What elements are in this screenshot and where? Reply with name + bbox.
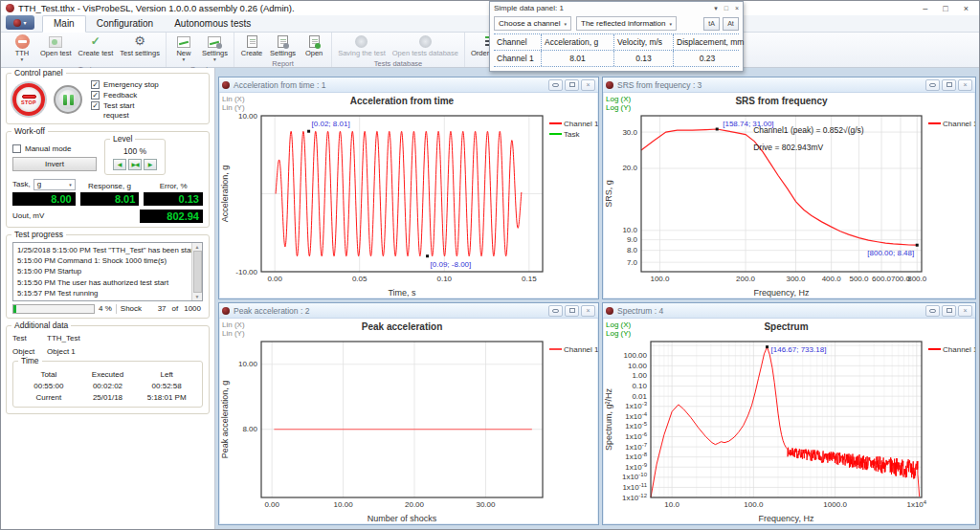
level-up-button[interactable]: ▶	[144, 159, 157, 170]
chevron-down-icon: ▾	[69, 182, 72, 188]
current-time: 5:18:01 PM	[137, 393, 196, 402]
svg-text:7.0: 7.0	[627, 258, 638, 267]
graph-close-button[interactable]: ×	[581, 305, 595, 317]
report-open-button[interactable]: Open	[301, 33, 327, 58]
svg-text:Time, s: Time, s	[388, 288, 416, 298]
open-test-icon	[49, 36, 62, 48]
open-test-button[interactable]: Open test	[38, 33, 74, 58]
window-title: TTH_Test.tthx - VisProbeSL, Version 1.0.…	[18, 3, 295, 13]
test-name: TTH_Test	[47, 334, 80, 342]
svg-text:Log (X): Log (X)	[606, 95, 632, 103]
minimize-button[interactable]: –	[923, 4, 927, 13]
database-icon	[355, 35, 368, 48]
graph-maximize-button[interactable]	[565, 305, 579, 317]
tab-configuration[interactable]: Configuration	[86, 16, 164, 32]
control-panel-group: Control panel STOP ✓ Emergency stop ✓ Fe…	[6, 73, 210, 124]
checkbox-manual-mode[interactable]: Manual mode	[12, 144, 97, 153]
emergency-stop-button[interactable]: STOP	[12, 83, 45, 116]
report-create-button[interactable]: Create	[238, 33, 265, 58]
progress-fill	[13, 305, 16, 313]
checkbox-feedback[interactable]: ✓ Feedback	[91, 91, 159, 99]
graph-collapse-button[interactable]	[925, 79, 940, 91]
app-menu-button[interactable]: ▾	[6, 15, 34, 30]
create-test-button[interactable]: ✓ Create test	[77, 33, 116, 58]
panel-close-button[interactable]: ×	[735, 5, 739, 12]
ribbon-group-tests-database: Saving the test Open tests database Test…	[332, 33, 465, 67]
graph-collapse-button[interactable]	[548, 305, 563, 317]
shock-total: 1000	[184, 304, 201, 313]
svg-text:1x10-11: 1x10-11	[622, 482, 647, 492]
scroll-down-icon[interactable]: ▼	[195, 294, 200, 299]
graph-close-button[interactable]: ×	[958, 305, 972, 317]
report-create-icon	[247, 35, 257, 48]
level-reset-button[interactable]: ▶◀	[128, 159, 142, 170]
svg-text:400.0: 400.0	[822, 275, 842, 283]
font-decrease-button[interactable]: tA	[703, 17, 720, 31]
checkbox-test-start-request[interactable]: ✓ Test start request	[91, 101, 159, 119]
graph-window-icon	[606, 81, 613, 89]
svg-text:0.15: 0.15	[522, 275, 537, 283]
level-value: 100 %	[111, 146, 159, 156]
log-scrollbar[interactable]: ▲ ▼	[191, 243, 202, 300]
svg-text:Channel 1: Channel 1	[943, 120, 975, 128]
font-increase-button[interactable]: At	[723, 17, 739, 31]
app-menu-icon	[13, 19, 21, 27]
svg-text:1x10-6: 1x10-6	[625, 431, 647, 441]
object-name: Object 1	[47, 347, 76, 356]
graph-maximize-button[interactable]	[942, 305, 956, 317]
channel-data-table: Channel Acceleration, g Velocity, m/s Di…	[494, 33, 739, 67]
level-down-button[interactable]: ◀	[113, 159, 126, 170]
svg-text:0.00: 0.00	[267, 275, 282, 283]
svg-text:1x10-4: 1x10-4	[625, 411, 647, 421]
graph-settings-button[interactable]: Settings ▾	[200, 33, 230, 64]
log-line: 5:15:50 PM The user has authorized test …	[17, 277, 189, 288]
svg-text:Peak acceleration, g: Peak acceleration, g	[220, 381, 230, 459]
scroll-up-icon[interactable]: ▲	[195, 244, 200, 250]
panel-minimize-button[interactable]: ▾	[714, 5, 718, 12]
graph-collapse-button[interactable]	[925, 305, 940, 317]
svg-text:1x10-9: 1x10-9	[625, 462, 647, 472]
close-icon: ×	[963, 307, 967, 314]
reflected-info-dropdown[interactable]: The reflected information ▾	[576, 16, 677, 31]
invert-button[interactable]: Invert	[12, 157, 97, 171]
tth-icon	[15, 34, 30, 49]
task-units-dropdown[interactable]: g ▾	[33, 179, 76, 190]
new-graph-button[interactable]: New ▾	[170, 33, 197, 64]
graph-maximize-button[interactable]	[565, 79, 579, 91]
ribbon-group-test: TTH ▾ Open test ✓ Create test ⚙ Test set…	[5, 33, 167, 67]
spectrum-chart-canvas[interactable]: 10.0100.01000.01x104100.0010.001.000.100…	[603, 319, 975, 524]
acceleration-chart-canvas[interactable]: 0.000.050.100.1510.00-10.00Acceleration …	[219, 93, 598, 298]
work-off-group: Work-off Manual mode Invert Level 100 % …	[6, 131, 210, 228]
tab-main[interactable]: Main	[42, 15, 86, 33]
graph-close-button[interactable]: ×	[581, 79, 595, 91]
panel-maximize-button[interactable]: □	[724, 5, 728, 12]
svg-text:Drive = 802.943mV: Drive = 802.943mV	[753, 143, 823, 152]
checkbox-emergency-stop[interactable]: ✓ Emergency stop	[91, 80, 159, 89]
ribbon-group-report: Create Settings Open Report	[234, 33, 332, 67]
simple-data-panel: Simple data panel: 1 ▾ □ × Choose a chan…	[489, 1, 744, 72]
tth-button[interactable]: TTH ▾	[9, 33, 35, 64]
graph-maximize-button[interactable]	[942, 79, 956, 91]
svg-text:[0.02; 8.01]: [0.02; 8.01]	[312, 120, 350, 128]
graph-close-button[interactable]: ×	[958, 79, 972, 91]
graph-collapse-button[interactable]	[548, 79, 563, 91]
maximize-button[interactable]: □	[943, 4, 947, 13]
error-value-display: 0.13	[144, 192, 203, 206]
test-log[interactable]: 1/25/2018 5:15:00 PM Test "TTH_Test" has…	[12, 242, 203, 301]
channel-dropdown[interactable]: Choose a channel ▾	[494, 16, 571, 31]
svg-text:Log (Y): Log (Y)	[606, 103, 632, 112]
pause-button[interactable]	[54, 85, 82, 114]
chevron-down-icon: ▾	[670, 21, 673, 27]
maximize-icon	[947, 82, 952, 87]
svg-text:Lin (X): Lin (X)	[222, 320, 245, 329]
svg-text:0.10: 0.10	[436, 275, 452, 283]
report-settings-button[interactable]: Settings	[268, 33, 298, 58]
close-button[interactable]: ×	[964, 4, 969, 13]
svg-text:Acceleration from time: Acceleration from time	[350, 96, 455, 106]
srs-chart-canvas[interactable]: 100.0200.0300.0400.0500.0600.0700.0800.0…	[603, 93, 975, 298]
tab-autonomous-tests[interactable]: Autonomous tests	[164, 16, 261, 32]
scrollbar-thumb[interactable]	[193, 251, 202, 293]
peak-chart-canvas[interactable]: 0.0010.0020.0030.0010.008.00Peak acceler…	[219, 319, 598, 524]
svg-text:300.0: 300.0	[786, 275, 806, 283]
test-settings-button[interactable]: ⚙ Test settings	[118, 33, 162, 58]
